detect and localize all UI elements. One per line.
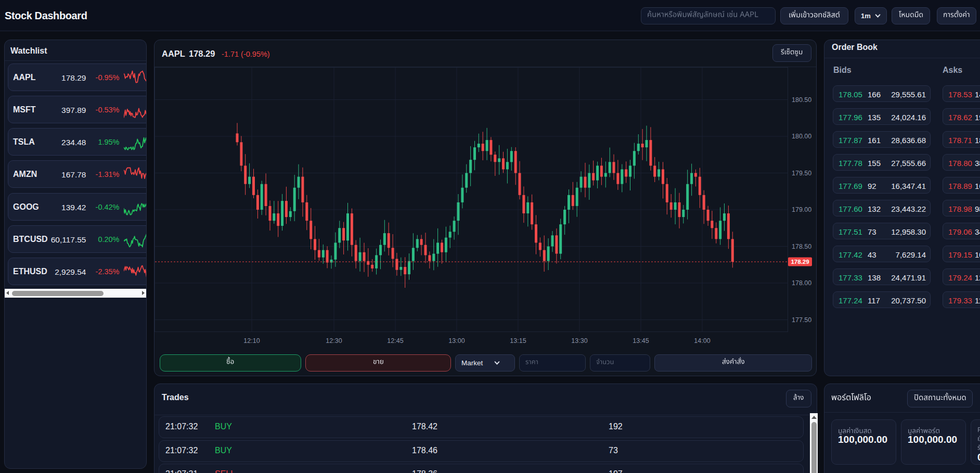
svg-text:178.50: 178.50 [792, 243, 811, 250]
svg-text:14:00: 14:00 [694, 337, 710, 344]
svg-text:13:30: 13:30 [571, 337, 587, 344]
svg-text:12:45: 12:45 [387, 337, 403, 344]
svg-text:178.29: 178.29 [791, 259, 809, 265]
svg-text:179.50: 179.50 [792, 170, 811, 177]
svg-text:177.50: 177.50 [792, 316, 811, 324]
svg-text:12:30: 12:30 [326, 337, 342, 344]
svg-text:180.00: 180.00 [792, 133, 811, 140]
svg-text:13:00: 13:00 [448, 337, 465, 344]
svg-text:178.00: 178.00 [792, 279, 811, 287]
svg-text:180.50: 180.50 [792, 96, 811, 104]
svg-text:179.00: 179.00 [792, 206, 811, 213]
svg-text:13:15: 13:15 [510, 337, 526, 344]
svg-text:13:45: 13:45 [633, 337, 649, 344]
svg-text:12:10: 12:10 [243, 337, 260, 344]
